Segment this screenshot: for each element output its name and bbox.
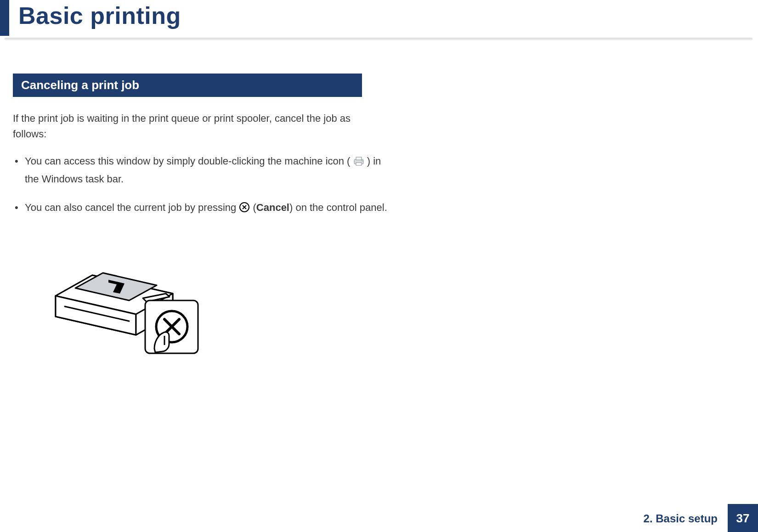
content-column: Canceling a print job If the print job i…: [13, 74, 380, 360]
section-intro-text: If the print job is waiting in the print…: [13, 111, 380, 142]
cancel-button-icon: [239, 201, 250, 217]
page-footer: 2. Basic setup 37: [634, 504, 758, 532]
printer-cancel-illustration: [40, 229, 380, 360]
bullet-item-2: You can also cancel the current job by p…: [25, 199, 392, 217]
printer-taskbar-icon: [353, 155, 364, 171]
header-divider: [5, 38, 752, 40]
footer-chapter-label: 2. Basic setup: [634, 504, 728, 532]
bullet-item-1: You can access this window by simply dou…: [25, 153, 392, 187]
svg-point-3: [362, 160, 362, 161]
svg-rect-1: [356, 157, 362, 160]
bullet-2-text-pre: You can also cancel the current job by p…: [25, 202, 239, 213]
bullet-2-paren-open: (: [253, 202, 256, 213]
svg-rect-2: [356, 163, 362, 165]
bullet-2-paren-close: ) on the control panel.: [289, 202, 387, 213]
header-accent-box: [0, 0, 9, 36]
page-header: Basic printing: [0, 0, 758, 40]
bullet-2-cancel-label: Cancel: [256, 202, 289, 213]
footer-page-number: 37: [728, 504, 758, 532]
bullet-list: You can access this window by simply dou…: [13, 153, 392, 217]
bullet-1-text-pre: You can access this window by simply dou…: [25, 155, 350, 167]
page-title: Basic printing: [18, 2, 181, 29]
section-heading: Canceling a print job: [13, 74, 362, 97]
